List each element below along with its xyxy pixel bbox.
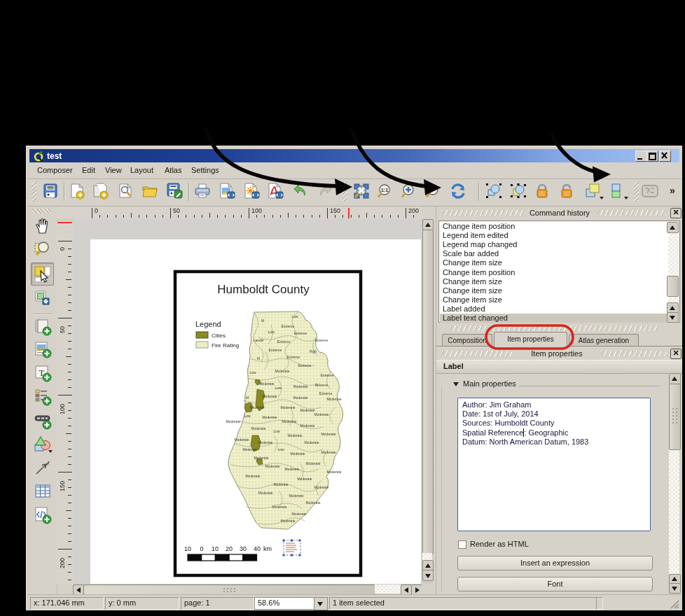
svg-text:Moderate: Moderate [262, 415, 277, 419]
svg-text:Moderate: Moderate [290, 451, 305, 456]
svg-text:Low: Low [268, 330, 275, 334]
svg-text:Landsl: Landsl [254, 338, 264, 342]
svg-text:Moderate: Moderate [249, 405, 264, 410]
svg-text:Extreme: Extreme [294, 331, 307, 335]
svg-text:Moderate: Moderate [326, 470, 341, 474]
svg-text:Legend: Legend [195, 320, 221, 328]
svg-text:Low: Low [277, 447, 284, 451]
svg-text:Low: Low [244, 414, 251, 418]
svg-text:Moderate: Moderate [259, 382, 274, 386]
svg-text:km: km [263, 545, 272, 552]
svg-text:Moderate: Moderate [258, 491, 272, 495]
svg-text:Moderate: Moderate [289, 493, 303, 498]
svg-text:10: 10 [212, 545, 219, 552]
svg-text:Moderate: Moderate [265, 464, 279, 468]
svg-text:Moderate: Moderate [280, 405, 295, 410]
svg-text:20: 20 [226, 545, 233, 552]
svg-text:Moderate: Moderate [314, 412, 328, 416]
svg-text:Low: Low [291, 314, 298, 318]
svg-text:Moderate: Moderate [326, 397, 341, 401]
svg-text:Moderate: Moderate [305, 461, 320, 465]
svg-text:Extreme: Extreme [315, 338, 328, 342]
svg-text:1:1: 1:1 [381, 188, 388, 192]
svg-text:High: High [310, 349, 317, 354]
svg-text:Moderate: Moderate [258, 440, 272, 444]
svg-text:Moderate: Moderate [291, 512, 306, 516]
svg-text:Moderate: Moderate [282, 419, 296, 424]
svg-text:Reserve: Reserve [315, 383, 328, 387]
svg-text:Moderate: Moderate [300, 424, 314, 428]
svg-text:Extreme: Extreme [298, 363, 312, 368]
svg-text:40: 40 [254, 545, 261, 552]
svg-text:Moderate: Moderate [321, 432, 335, 436]
svg-text:Moderate: Moderate [321, 450, 335, 454]
svg-text:Extreme: Extreme [319, 391, 333, 396]
svg-text:Moderate: Moderate [273, 482, 288, 486]
svg-text:30: 30 [240, 545, 247, 552]
svg-text:Moderate: Moderate [297, 477, 312, 481]
svg-text:Moderate: Moderate [287, 433, 302, 438]
svg-text:Humboldt County: Humboldt County [217, 283, 310, 296]
svg-text:Low: Low [275, 386, 282, 390]
svg-text:Low: Low [249, 370, 256, 374]
svg-text:Moderate: Moderate [234, 438, 249, 442]
svg-text:Moderate: Moderate [226, 419, 240, 424]
svg-text:Moderate: Moderate [254, 456, 268, 460]
svg-text:Moderate: Moderate [300, 408, 314, 412]
svg-text:Moderate: Moderate [293, 396, 307, 400]
svg-text:0: 0 [200, 545, 203, 552]
svg-text:Extreme: Extreme [277, 340, 291, 344]
svg-text:Moderate: Moderate [262, 394, 277, 398]
svg-text:Moderate: Moderate [251, 426, 265, 430]
svg-text:Moderate: Moderate [245, 474, 260, 478]
svg-text:M: M [261, 318, 264, 323]
svg-text:Extreme: Extreme [321, 373, 334, 377]
svg-text:Cities: Cities [212, 332, 226, 339]
svg-text:Moderate: Moderate [280, 519, 295, 523]
svg-text:Extreme: Extreme [269, 348, 282, 352]
svg-text:Moderate: Moderate [304, 440, 319, 444]
svg-text:Moderate: Moderate [305, 500, 320, 505]
svg-text:Moderate: Moderate [272, 505, 286, 509]
svg-text:M: M [246, 396, 249, 400]
svg-text:Moderate: Moderate [314, 485, 328, 489]
svg-text:Moderate: Moderate [293, 384, 307, 388]
svg-text:Moderate: Moderate [242, 447, 257, 451]
svg-text:Fire Rating: Fire Rating [212, 342, 239, 349]
svg-text:Moderate: Moderate [284, 467, 299, 471]
svg-text:M: M [257, 356, 260, 360]
svg-text:Low: Low [273, 429, 280, 433]
svg-text:10: 10 [184, 545, 191, 552]
svg-text:Extreme: Extreme [282, 324, 295, 328]
svg-text:Moderate: Moderate [275, 369, 289, 373]
svg-text:Extreme: Extreme [287, 355, 300, 359]
